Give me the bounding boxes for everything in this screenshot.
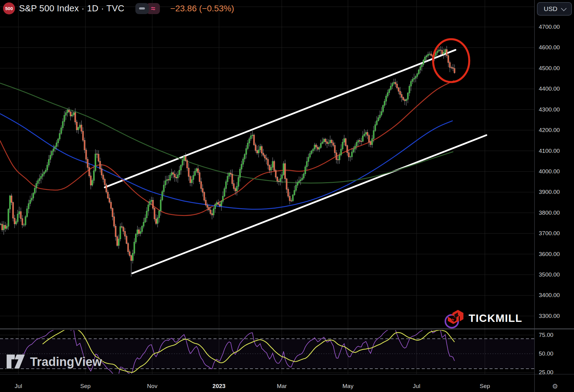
price-axis-label: 4400.00 (539, 85, 560, 92)
indicator-pills: ≈ (135, 3, 160, 14)
price-chart-canvas[interactable] (0, 0, 574, 392)
rsi-axis-label: 50.00 (539, 350, 553, 357)
symbol-legend: 500 S&P 500 Index · 1D · TVC ≈ −23.86 (−… (3, 2, 234, 14)
wave-icon: ≈ (151, 5, 155, 12)
price-axis-label: 3600.00 (539, 251, 560, 258)
price-axis-label: 4500.00 (539, 65, 560, 72)
tradingview-logo-icon (6, 354, 26, 369)
price-axis-label: 4700.00 (539, 24, 560, 30)
price-axis-label: 3900.00 (539, 189, 560, 195)
price-axis-label: 4000.00 (539, 168, 560, 175)
currency-selector[interactable]: USD (537, 2, 572, 16)
price-axis-label: 3300.00 (539, 313, 560, 319)
price-change-value: −23.86 (−0.53%) (170, 4, 234, 13)
tickmill-logo-icon (444, 307, 464, 329)
rsi-axis-label: 25.00 (539, 369, 553, 376)
price-axis-label: 4300.00 (539, 106, 560, 113)
chevron-down-icon (561, 6, 566, 11)
currency-value: USD (544, 5, 557, 13)
settings-gear-icon[interactable]: ⚙ (550, 382, 560, 391)
time-axis-label: May (342, 383, 353, 390)
symbol-title[interactable]: S&P 500 Index · 1D · TVC (19, 3, 124, 13)
price-axis-label: 3400.00 (539, 292, 560, 299)
price-axis-label: 3700.00 (539, 230, 560, 237)
time-axis-label: Nov (147, 383, 157, 390)
rsi-axis-label: 75.00 (539, 332, 553, 338)
time-axis-label: Jul (15, 383, 22, 390)
tickmill-logo-text: TICKMILL (469, 312, 522, 324)
price-axis-label: 4100.00 (539, 148, 560, 154)
time-axis-label: Mar (277, 383, 287, 390)
time-axis-label: 2023 (213, 383, 225, 390)
highlight-circle-annotation[interactable] (433, 39, 469, 82)
price-axis-label: 3500.00 (539, 271, 560, 278)
price-axis-label: 4200.00 (539, 127, 560, 134)
price-axis-label: 4600.00 (539, 44, 560, 51)
price-axis-label: 3800.00 (539, 209, 560, 216)
time-axis-label: Jul (413, 383, 420, 390)
tradingview-chart-app: { "header": { "badge": "500", "title": "… (0, 0, 574, 392)
time-axis-label: Sep (80, 383, 91, 390)
time-axis-label: Sep (480, 383, 490, 390)
trend-channel[interactable] (105, 50, 486, 273)
tradingview-watermark[interactable]: TradingView (6, 354, 102, 369)
minimize-indicator-button[interactable] (135, 3, 149, 14)
tickmill-watermark: TICKMILL (444, 307, 522, 329)
sma-100-line[interactable] (0, 114, 453, 209)
sp500-badge-icon: 500 (3, 2, 15, 14)
tradingview-logo-text: TradingView (30, 355, 102, 369)
dash-icon (139, 7, 145, 9)
